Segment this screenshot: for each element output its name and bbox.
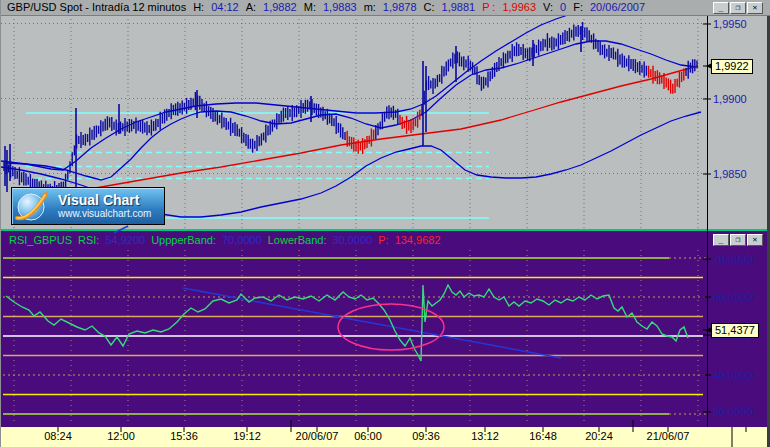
title-segment: F:	[573, 1, 583, 13]
window-controls-price: _❐✕	[713, 2, 763, 14]
visual-chart-logo: Visual Chart www.visualchart.com	[11, 187, 165, 225]
title-segment: A:	[246, 1, 256, 13]
rsi-header-segment: 70,0000	[222, 234, 262, 246]
time-axis-label: 20:24	[567, 430, 631, 442]
title-segment: m:	[364, 1, 376, 13]
time-axis-label: 08:24	[26, 430, 90, 442]
title-segment: 1,9878	[383, 1, 417, 13]
time-axis-label: 12:00	[89, 430, 153, 442]
maximize-button[interactable]: ❐	[730, 2, 746, 14]
close-button[interactable]: ✕	[747, 2, 763, 14]
title-segment: 20/06/2007	[590, 1, 645, 13]
time-axis-label: 13:12	[453, 430, 517, 442]
title-segment: 1,9883	[323, 1, 357, 13]
window-controls-rsi: _❐✕	[713, 234, 763, 246]
price-axis-label: 1,9850	[713, 168, 747, 180]
last-price-value: 1,9922	[715, 60, 749, 72]
time-axis-label: 06:00	[336, 430, 400, 442]
rsi-header-segment: 30,0000	[332, 234, 372, 246]
logo-url: www.visualchart.com	[58, 208, 151, 219]
rsi-indicator-pane[interactable]	[1, 231, 767, 427]
title-segment: V:	[543, 1, 553, 13]
title-segment: GBP/USD Spot - Intradía 12 minutos	[7, 1, 186, 13]
time-axis-label: 15:36	[152, 430, 216, 442]
title-segment: C:	[424, 1, 435, 13]
rsi-header-segment: 134,9682	[395, 234, 441, 246]
rsi-header-segment: LowerBand:	[268, 234, 327, 246]
minimize-button[interactable]: _	[713, 234, 729, 246]
title-segment: H:	[193, 1, 204, 13]
price-axis-label: 1,9900	[713, 93, 747, 105]
title-segment: 04:12	[211, 1, 239, 13]
last-price-box: 1,9922	[711, 59, 753, 74]
chart-title: GBP/USD Spot - Intradía 12 minutosH:04:1…	[7, 1, 652, 14]
time-axis-label: 21/06/07	[636, 430, 700, 442]
time-axis-label: 09:36	[394, 430, 458, 442]
rsi-header-segment: RSI:	[78, 234, 99, 246]
rsi-axis-label: 40,0000	[713, 369, 753, 381]
close-button[interactable]: ✕	[747, 234, 763, 246]
title-segment: 1,9881	[442, 1, 476, 13]
visual-chart-window: GBP/USD Spot - Intradía 12 minutosH:04:1…	[0, 0, 770, 447]
title-segment: 1,9963	[502, 1, 536, 13]
title-segment: M:	[304, 1, 316, 13]
rsi-axis-label: 70,0000	[713, 253, 753, 265]
rsi-header-segment: UppperBand:	[151, 234, 216, 246]
price-axis-border	[707, 15, 708, 427]
rsi-header: RSI_GBPUSRSI:54,9200UppperBand:70,0000Lo…	[9, 233, 447, 247]
title-segment: P :	[482, 1, 495, 13]
title-segment: 1,9882	[263, 1, 297, 13]
minimize-button[interactable]: _	[713, 2, 729, 14]
rsi-header-segment: 54,9200	[105, 234, 145, 246]
rsi-header-segment: RSI_GBPUS	[9, 234, 72, 246]
rsi-axis-label: 30,0000	[713, 406, 753, 418]
visual-chart-swoosh-icon	[12, 189, 54, 223]
rsi-header-segment: P:	[378, 234, 388, 246]
rsi-value-box: 51,4377	[711, 323, 759, 338]
chart-window-titlebar[interactable]: GBP/USD Spot - Intradía 12 minutosH:04:1…	[1, 0, 770, 16]
logo-title: Visual Chart	[58, 193, 151, 208]
rsi-last-value: 51,4377	[715, 324, 755, 336]
time-axis-label: 16:48	[511, 430, 575, 442]
time-axis-label: 19:12	[215, 430, 279, 442]
title-segment: 0	[560, 1, 566, 13]
rsi-axis-label: 60,0000	[713, 291, 753, 303]
maximize-button[interactable]: ❐	[730, 234, 746, 246]
price-axis-label: 1,9950	[713, 18, 747, 30]
